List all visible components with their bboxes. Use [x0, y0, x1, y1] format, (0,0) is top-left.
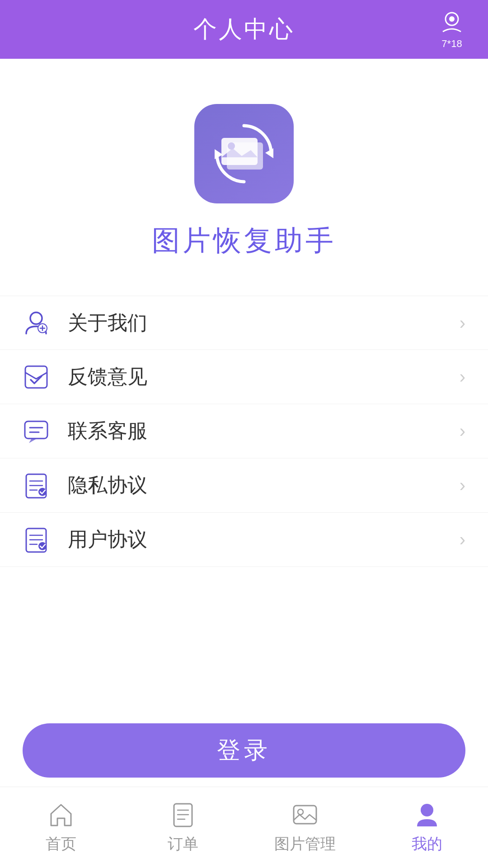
menu-item-contact[interactable]: 联系客服 › [0, 404, 488, 458]
login-section: 登录 [0, 723, 488, 778]
header-badge: 7*18 [438, 9, 465, 50]
page-title: 个人中心 [193, 14, 295, 45]
nav-item-mine[interactable]: 我的 [366, 801, 488, 854]
svg-point-32 [421, 804, 433, 816]
login-button[interactable]: 登录 [23, 723, 465, 778]
nav-label-order: 订单 [168, 834, 198, 854]
svg-point-20 [38, 488, 47, 496]
chevron-terms: › [460, 529, 465, 550]
nav-item-home[interactable]: 首页 [0, 801, 122, 854]
svg-point-31 [298, 809, 303, 815]
svg-rect-13 [25, 421, 47, 439]
photos-icon [291, 801, 319, 828]
menu-item-feedback[interactable]: 反馈意见 › [0, 350, 488, 404]
chevron-about: › [460, 313, 465, 333]
nav-label-mine: 我的 [412, 834, 442, 854]
nav-item-photos[interactable]: 图片管理 [244, 801, 366, 854]
feedback-icon [23, 363, 50, 391]
svg-point-7 [30, 312, 42, 324]
order-icon [169, 801, 197, 828]
chevron-feedback: › [460, 367, 465, 387]
bottom-nav: 首页 订单 图片管理 我的 [0, 787, 488, 868]
terms-icon [23, 526, 50, 553]
nav-label-photos: 图片管理 [274, 834, 336, 854]
svg-point-1 [449, 16, 455, 22]
svg-rect-30 [294, 806, 316, 824]
menu-item-terms[interactable]: 用户协议 › [0, 513, 488, 567]
nav-item-order[interactable]: 订单 [122, 801, 244, 854]
app-icon [194, 104, 294, 203]
svg-point-25 [38, 542, 47, 550]
mine-icon [413, 801, 441, 828]
menu-label-feedback: 反馈意见 [68, 363, 147, 390]
nav-label-home: 首页 [46, 834, 76, 854]
home-icon [47, 801, 75, 828]
header: 个人中心 7*18 [0, 0, 488, 59]
user-icon [23, 309, 50, 336]
menu-item-privacy[interactable]: 隐私协议 › [0, 458, 488, 513]
chevron-privacy: › [460, 475, 465, 495]
chevron-contact: › [460, 421, 465, 441]
menu-label-terms: 用户协议 [68, 526, 147, 553]
menu-item-about[interactable]: 关于我们 › [0, 296, 488, 350]
menu-list: 关于我们 › 反馈意见 › 联系客服 › [0, 296, 488, 567]
chat-icon [23, 418, 50, 445]
privacy-icon [23, 472, 50, 499]
svg-rect-4 [227, 142, 263, 170]
menu-label-contact: 联系客服 [68, 418, 147, 444]
menu-label-privacy: 隐私协议 [68, 472, 147, 499]
app-name: 图片恢复助手 [152, 222, 336, 259]
app-section: 图片恢复助手 [0, 59, 488, 296]
badge-text: 7*18 [441, 38, 462, 50]
menu-label-about: 关于我们 [68, 310, 147, 336]
svg-rect-11 [25, 366, 47, 388]
